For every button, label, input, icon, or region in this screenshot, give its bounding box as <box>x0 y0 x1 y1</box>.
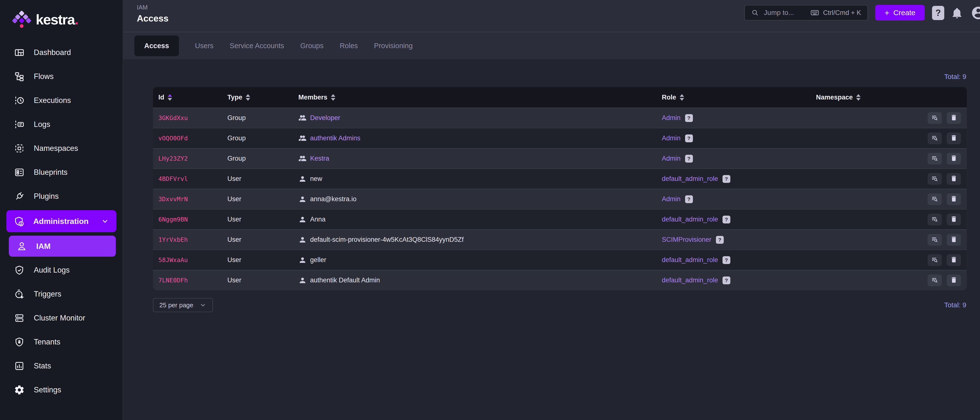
sort-arrows-icon[interactable] <box>856 94 861 101</box>
role-link[interactable]: default_admin_role <box>662 256 718 264</box>
column-header-namespace[interactable]: Namespace <box>811 94 905 101</box>
row-details-button[interactable] <box>928 234 942 246</box>
tab-service-accounts[interactable]: Service Accounts <box>229 42 284 50</box>
row-delete-button[interactable] <box>947 193 961 205</box>
sort-asc-icon <box>168 94 172 97</box>
row-id-link[interactable]: 3DxvvMrN <box>158 196 188 203</box>
sidebar-item-logs[interactable]: Logs <box>6 113 116 136</box>
column-header-members[interactable]: Members <box>293 94 656 101</box>
column-header-role[interactable]: Role <box>656 94 811 101</box>
sidebar-item-plugins[interactable]: Plugins <box>6 184 116 208</box>
row-details-button[interactable] <box>928 173 942 185</box>
row-id-link[interactable]: 1YrVxbEh <box>158 236 188 243</box>
row-id-link[interactable]: 6Nggm9BN <box>158 216 188 223</box>
notifications-bell-icon[interactable] <box>951 6 964 20</box>
member-entry[interactable]: geller <box>298 256 326 264</box>
row-details-button[interactable] <box>928 193 942 205</box>
role-link[interactable]: Admin <box>662 155 681 162</box>
kestra-logo[interactable]: kestra. <box>6 8 116 41</box>
sidebar-item-executions[interactable]: Executions <box>6 89 116 113</box>
role-help-icon[interactable]: ? <box>685 155 693 163</box>
row-id-link[interactable]: 4BDFVrvl <box>158 175 188 182</box>
table-row: LHy23ZY2GroupKestraAdmin? <box>153 148 967 168</box>
row-delete-button[interactable] <box>947 112 961 124</box>
row-members-cell: anna@kestra.io <box>293 195 656 203</box>
row-details-button[interactable] <box>928 112 942 124</box>
member-name[interactable]: authentik Admins <box>310 135 361 142</box>
member-name[interactable]: Developer <box>310 114 340 122</box>
row-delete-button[interactable] <box>947 234 961 246</box>
sort-arrows-icon[interactable] <box>246 94 250 101</box>
help-icon[interactable]: ? <box>932 6 944 20</box>
row-id-link[interactable]: 58JWxaAu <box>158 257 188 263</box>
row-details-button[interactable] <box>928 153 942 165</box>
row-details-button[interactable] <box>928 133 942 144</box>
sort-arrows-icon[interactable] <box>331 94 335 101</box>
sort-arrows-icon[interactable] <box>168 94 172 101</box>
sidebar-item-flows[interactable]: Flows <box>6 65 116 89</box>
role-help-icon[interactable]: ? <box>685 114 693 122</box>
role-link[interactable]: default_admin_role <box>662 216 718 223</box>
member-entry[interactable]: authentik Default Admin <box>298 276 380 285</box>
row-delete-button[interactable] <box>947 133 961 144</box>
role-link[interactable]: SCIMProvisioner <box>662 236 711 244</box>
role-link[interactable]: Admin <box>662 135 681 142</box>
breadcrumb[interactable]: IAM <box>137 4 169 11</box>
role-help-icon[interactable]: ? <box>685 135 693 142</box>
sidebar-item-administration[interactable]: Administration <box>6 210 116 232</box>
tab-groups[interactable]: Groups <box>300 42 324 50</box>
role-help-icon[interactable]: ? <box>722 216 730 223</box>
column-header-id[interactable]: Id <box>153 94 222 101</box>
member-entry[interactable]: Kestra <box>298 154 329 163</box>
row-id-link[interactable]: LHy23ZY2 <box>158 155 188 162</box>
tab-users[interactable]: Users <box>195 42 214 50</box>
row-details-button[interactable] <box>928 254 942 266</box>
row-details-button[interactable] <box>928 214 942 225</box>
sidebar-item-audit-logs[interactable]: Audit Logs <box>6 258 116 282</box>
role-link[interactable]: Admin <box>662 195 681 203</box>
jump-to-search-input[interactable]: Jump to... Ctrl/Cmd + K <box>744 5 868 21</box>
role-help-icon[interactable]: ? <box>722 276 730 284</box>
member-name[interactable]: Kestra <box>310 155 329 162</box>
tab-roles[interactable]: Roles <box>340 42 358 50</box>
row-delete-button[interactable] <box>947 173 961 185</box>
member-entry[interactable]: Developer <box>298 114 340 122</box>
role-help-icon[interactable]: ? <box>722 175 730 183</box>
tab-provisioning[interactable]: Provisioning <box>374 42 413 50</box>
tab-access[interactable]: Access <box>134 35 179 56</box>
member-entry[interactable]: new <box>298 175 322 183</box>
row-details-button[interactable] <box>928 274 942 286</box>
per-page-select[interactable]: 25 per page <box>153 298 213 312</box>
sidebar-item-tenants[interactable]: Tenants <box>6 330 116 354</box>
role-link[interactable]: default_admin_role <box>662 175 718 182</box>
role-help-icon[interactable]: ? <box>722 256 730 264</box>
row-id-link[interactable]: vOQO0OFd <box>158 135 188 142</box>
sort-arrows-icon[interactable] <box>680 94 684 101</box>
row-delete-button[interactable] <box>947 274 961 286</box>
row-id-link[interactable]: 3GKGdXxu <box>158 114 188 122</box>
sidebar-item-blueprints[interactable]: Blueprints <box>6 160 116 184</box>
role-link[interactable]: default_admin_role <box>662 276 718 284</box>
column-header-type[interactable]: Type <box>222 94 293 101</box>
sidebar-item-stats[interactable]: Stats <box>6 354 116 378</box>
row-delete-button[interactable] <box>947 214 961 225</box>
sidebar-item-iam[interactable]: IAM <box>9 236 116 257</box>
member-entry[interactable]: authentik Admins <box>298 134 361 143</box>
sidebar-item-dashboard[interactable]: Dashboard <box>6 41 116 65</box>
role-help-icon[interactable]: ? <box>685 195 693 203</box>
sidebar-item-cluster-monitor[interactable]: Cluster Monitor <box>6 306 116 330</box>
member-entry[interactable]: default-scim-provisioner-4w5KcAt3Q8ClS84… <box>298 236 464 244</box>
create-button[interactable]: + Create <box>875 5 925 21</box>
role-help-icon[interactable]: ? <box>716 236 724 244</box>
user-avatar[interactable] <box>971 5 980 21</box>
sort-asc-icon <box>856 94 861 97</box>
role-link[interactable]: Admin <box>662 114 681 122</box>
row-delete-button[interactable] <box>947 153 961 165</box>
member-entry[interactable]: Anna <box>298 216 326 224</box>
sidebar-item-namespaces[interactable]: Namespaces <box>6 136 116 160</box>
sidebar-item-settings[interactable]: Settings <box>6 378 116 402</box>
row-delete-button[interactable] <box>947 254 961 266</box>
member-entry[interactable]: anna@kestra.io <box>298 195 356 203</box>
sidebar-item-triggers[interactable]: Triggers <box>6 282 116 306</box>
row-id-link[interactable]: 7LNE0DFh <box>158 277 188 284</box>
